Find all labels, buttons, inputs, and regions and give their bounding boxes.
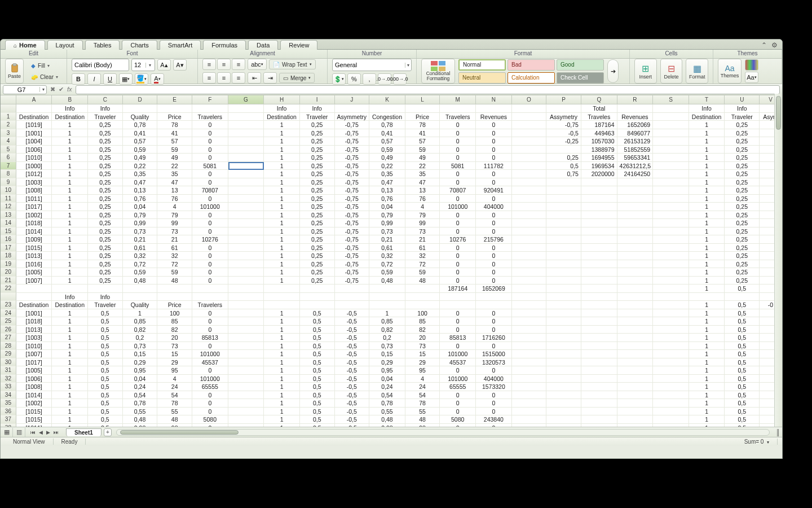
cell[interactable]: 65555	[192, 383, 228, 391]
cell[interactable]	[192, 104, 228, 113]
cell[interactable]	[653, 227, 689, 236]
cell[interactable]: Destination	[16, 113, 52, 121]
cell[interactable]: 0,25	[725, 268, 760, 277]
cell[interactable]: 0,5	[725, 358, 760, 367]
cell[interactable]: 0	[192, 309, 228, 318]
cell[interactable]: 1	[689, 195, 725, 203]
cell[interactable]: 0,5	[300, 342, 335, 351]
cell[interactable]: -0,75	[335, 268, 370, 277]
cell[interactable]: 1	[264, 219, 300, 227]
cell[interactable]	[581, 203, 617, 211]
cell[interactable]	[512, 317, 547, 326]
cell[interactable]: 1	[264, 203, 300, 211]
percent-icon[interactable]: %	[347, 73, 361, 85]
cell[interactable]: 0,59	[369, 268, 405, 277]
cell[interactable]	[653, 146, 689, 154]
cell[interactable]: [1016]	[16, 260, 52, 269]
cell[interactable]: [1015]	[16, 415, 52, 424]
cell[interactable]	[228, 391, 264, 400]
cell[interactable]: Traveles	[581, 113, 617, 121]
cell[interactable]: 1	[689, 424, 725, 427]
cell[interactable]: 0	[440, 227, 476, 236]
cell[interactable]: 1	[52, 350, 88, 358]
cell[interactable]	[653, 391, 689, 400]
cell[interactable]: 1	[689, 154, 725, 162]
cell[interactable]: Info	[88, 104, 123, 113]
row-header[interactable]: 4	[1, 137, 16, 146]
cell[interactable]	[512, 366, 547, 375]
cell[interactable]: 48	[405, 277, 440, 285]
cell[interactable]: 0,25	[88, 154, 123, 162]
cell[interactable]: 0	[476, 391, 512, 400]
cell[interactable]: 0,5	[546, 162, 581, 170]
cell[interactable]	[157, 284, 192, 293]
cell[interactable]: -0,5	[335, 424, 370, 427]
cell[interactable]: 1	[52, 252, 88, 260]
cell[interactable]: 0,5	[725, 326, 760, 334]
cell[interactable]	[123, 284, 158, 293]
cell[interactable]	[581, 375, 617, 383]
cell[interactable]: 0,25	[300, 121, 335, 129]
cell[interactable]: 0	[192, 211, 228, 220]
cell[interactable]	[546, 375, 581, 383]
cell[interactable]: 1	[689, 252, 725, 260]
cell[interactable]: 0,5	[300, 358, 335, 367]
style-check-cell[interactable]: Check Cell	[557, 72, 604, 84]
horizontal-scrollbar[interactable]	[116, 429, 770, 436]
font-color-button[interactable]: A▾	[151, 73, 164, 85]
cell[interactable]: 1	[689, 260, 725, 269]
cell[interactable]: 1	[264, 170, 300, 178]
delete-cells-button[interactable]: ⊟Delete	[660, 59, 683, 84]
cell[interactable]	[653, 317, 689, 326]
cell[interactable]	[546, 252, 581, 260]
cell[interactable]: 1	[689, 137, 725, 146]
cell[interactable]: 1	[264, 178, 300, 187]
cell[interactable]: -0,5	[335, 350, 370, 358]
cell[interactable]: 0,13	[123, 186, 158, 195]
cell[interactable]: 1	[52, 129, 88, 138]
cell[interactable]: 79	[405, 211, 440, 220]
cell[interactable]: 0,25	[725, 211, 760, 220]
col-header-P[interactable]: P	[546, 95, 581, 104]
cell[interactable]: 1	[689, 227, 725, 236]
cell[interactable]: 0,35	[369, 170, 405, 178]
cell[interactable]: 0	[476, 170, 512, 178]
cell[interactable]: 0	[440, 391, 476, 400]
cell[interactable]: 1	[52, 227, 88, 236]
cell[interactable]: 0,25	[300, 129, 335, 138]
cell[interactable]: 1	[689, 326, 725, 334]
tab-tables[interactable]: Tables	[85, 40, 120, 50]
insert-cells-button[interactable]: ⊞Insert	[634, 59, 657, 84]
cell[interactable]: 0,95	[369, 366, 405, 375]
cell[interactable]: 85813	[192, 334, 228, 342]
cell[interactable]: [1010]	[16, 342, 52, 351]
cell[interactable]: 0,25	[725, 146, 760, 154]
cell[interactable]: 1	[689, 178, 725, 187]
cell[interactable]: [1017]	[16, 358, 52, 367]
cell[interactable]	[581, 227, 617, 236]
cell[interactable]: 42631212,5	[617, 162, 654, 170]
cell[interactable]: 920491	[476, 186, 512, 195]
cell[interactable]: 0	[440, 309, 476, 318]
cell[interactable]: 78	[157, 121, 192, 129]
cell[interactable]	[653, 350, 689, 358]
cell[interactable]: 0,5	[725, 284, 760, 293]
cell[interactable]: 0,5	[725, 399, 760, 408]
cell[interactable]: 0,2	[369, 334, 405, 342]
cell[interactable]	[512, 113, 547, 121]
fx-icon[interactable]: fx	[67, 86, 72, 93]
border-button[interactable]: ▦▾	[119, 73, 133, 85]
cell[interactable]: 0	[192, 252, 228, 260]
cell[interactable]: 1	[689, 358, 725, 367]
cell[interactable]: 0	[476, 342, 512, 351]
cell[interactable]: 0,25	[88, 252, 123, 260]
cell[interactable]	[617, 260, 654, 269]
cell[interactable]: 1515000	[476, 350, 512, 358]
row-header[interactable]: 13	[1, 211, 16, 220]
cell[interactable]: -0,75	[335, 170, 370, 178]
cell[interactable]: 1	[689, 203, 725, 211]
cell[interactable]	[581, 383, 617, 391]
cell[interactable]	[617, 178, 654, 187]
cell[interactable]: 0,5	[88, 334, 123, 342]
row-header[interactable]: 31	[1, 366, 16, 375]
